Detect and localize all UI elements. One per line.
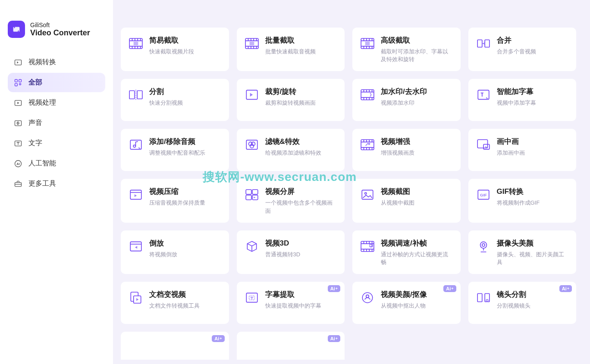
- svg-rect-2: [15, 79, 18, 82]
- play-icon: [14, 99, 22, 107]
- tool-card[interactable]: 视频压缩 压缩音视频并保持质量: [121, 179, 229, 222]
- svg-rect-42: [130, 242, 141, 251]
- svg-text:GIF: GIF: [480, 193, 487, 198]
- tool-card[interactable]: 高级截取 截取时可添加水印、字幕以及特效和旋转: [352, 28, 461, 71]
- card-title: 字幕提取: [265, 289, 337, 299]
- svg-point-39: [365, 193, 367, 194]
- card-description: 调整视频中配音和配乐: [149, 149, 221, 157]
- grid-icon: [14, 78, 22, 87]
- svg-rect-35: [252, 190, 258, 195]
- ai-badge: Ai: [443, 285, 456, 292]
- cut-icon: [129, 36, 143, 51]
- cut-adv-icon: [360, 36, 375, 51]
- splitscreen-icon: [245, 187, 259, 202]
- sidebar-item-sound[interactable]: 声音: [8, 113, 105, 133]
- tool-card[interactable]: 合并 合并多个音视频: [468, 28, 577, 71]
- sidebar-item-grid[interactable]: 全部: [8, 73, 105, 92]
- card-description: 截取时可添加水印、字幕以及特效和旋转: [381, 48, 453, 63]
- sidebar-item-ai[interactable]: AI人工智能: [8, 154, 105, 173]
- compress-icon: [129, 187, 143, 202]
- tool-card[interactable]: 视频增强 增强视频画质: [352, 129, 461, 171]
- card-title: 视频调速/补帧: [381, 238, 453, 248]
- card-description: 一个视频中包含多个视频画面: [265, 199, 337, 215]
- tool-card[interactable]: 简易截取 快速截取视频片段: [121, 28, 229, 71]
- card-title: 文档变视频: [149, 289, 221, 299]
- card-description: 快速截取视频片段: [149, 48, 221, 56]
- pip-icon: [476, 137, 491, 152]
- card-description: 从视频中截图: [381, 199, 453, 207]
- cube3d-icon: [245, 239, 259, 254]
- reverse-icon: [129, 239, 143, 254]
- card-description: 视频添加水印: [381, 99, 453, 107]
- filter-icon: [245, 137, 259, 152]
- logo-icon: [8, 21, 25, 38]
- ai-badge: Ai: [328, 285, 340, 292]
- card-title: 倒放: [149, 238, 221, 248]
- card-description: 快速分割视频: [149, 99, 221, 107]
- tool-card[interactable]: 文档变视频 文档文件转视频工具: [121, 282, 229, 324]
- card-description: 摄像头、视频、图片美颜工具: [497, 251, 569, 266]
- svg-rect-19: [129, 91, 135, 99]
- tool-card[interactable]: Ai: [237, 332, 345, 360]
- crop-icon: [245, 87, 259, 102]
- enhance-icon: [360, 137, 375, 152]
- tool-card[interactable]: 视频3D 普通视频转3D: [237, 230, 345, 274]
- tool-card[interactable]: Ai: [121, 332, 229, 360]
- svg-rect-4: [15, 83, 18, 86]
- subtitle-icon: [476, 87, 491, 102]
- doc2video-icon: [129, 290, 143, 305]
- svg-rect-34: [246, 190, 251, 195]
- card-description: 快速提取视频中的字幕: [265, 302, 337, 310]
- card-description: 普通视频转3D: [265, 251, 337, 258]
- tool-card[interactable]: 视频调速/补帧 通过补帧的方式让视频更流畅: [352, 230, 461, 274]
- tool-card[interactable]: 添加/移除音频 调整视频中配音和配乐: [121, 129, 229, 171]
- svg-rect-32: [483, 144, 490, 149]
- ai-icon: AI: [14, 159, 22, 168]
- card-description: 添加画中画: [497, 149, 569, 157]
- card-title: 视频截图: [381, 187, 453, 196]
- card-description: 批量快速截取音视频: [265, 48, 337, 56]
- tool-card[interactable]: 画中画 添加画中画: [468, 129, 577, 171]
- tool-card[interactable]: 分割 快速分割视频: [121, 79, 229, 121]
- card-title: 简易截取: [149, 35, 221, 45]
- card-description: 视频中添加字幕: [497, 99, 569, 107]
- tool-card[interactable]: 摄像头美颜 摄像头、视频、图片美颜工具: [468, 230, 577, 274]
- tool-card[interactable]: 加水印/去水印 视频添加水印: [352, 79, 461, 121]
- sidebar-item-text[interactable]: 文字: [8, 134, 105, 153]
- blank-icon: [129, 340, 143, 355]
- tool-card[interactable]: 滤镜&特效 给视频添加滤镜和特效: [237, 129, 345, 171]
- sidebar-item-convert[interactable]: 视频转换: [8, 53, 105, 72]
- tool-card[interactable]: 视频分屏 一个视频中包含多个视频画面: [237, 179, 345, 222]
- tool-card[interactable]: 镜头分割 分割视频镜头 Ai: [468, 282, 577, 324]
- tool-card[interactable]: 字幕提取 快速提取视频中的字幕 Ai: [237, 282, 345, 324]
- card-description: 合并多个音视频: [497, 48, 569, 56]
- tool-card[interactable]: 倒放 将视频倒放: [121, 230, 229, 274]
- camera-icon: [476, 239, 491, 254]
- scene-split-icon: [476, 290, 491, 305]
- svg-rect-14: [249, 42, 254, 46]
- sidebar-item-label: 更多工具: [28, 179, 56, 188]
- tool-card[interactable]: 批量截取 批量快速截取音视频: [237, 28, 345, 71]
- card-description: 文档文件转视频工具: [149, 302, 221, 310]
- tool-card[interactable]: 视频截图 从视频中截图: [352, 179, 461, 222]
- sidebar-item-label: 视频转换: [28, 58, 56, 67]
- sidebar-item-toolbox[interactable]: 更多工具: [8, 174, 105, 193]
- sidebar-item-label: 人工智能: [28, 159, 56, 168]
- tool-card[interactable]: 裁剪/旋转 裁剪和旋转视频画面: [237, 79, 345, 121]
- tool-card[interactable]: GIF GIF转换 将视频制作成GIF: [468, 179, 577, 222]
- tool-card[interactable]: 智能加字幕 视频中添加字幕: [468, 79, 577, 121]
- sound-icon: [14, 119, 22, 128]
- svg-rect-17: [477, 40, 482, 47]
- tool-card[interactable]: 视频美颜/抠像 从视频中抠出人物 Ai: [352, 282, 461, 324]
- card-title: 裁剪/旋转: [265, 87, 337, 96]
- card-title: 批量截取: [265, 35, 337, 45]
- ai-badge: Ai: [328, 335, 340, 342]
- card-title: 合并: [497, 35, 569, 45]
- svg-text:AI: AI: [16, 162, 20, 166]
- card-title: 添加/移除音频: [149, 137, 221, 146]
- svg-rect-53: [477, 294, 482, 302]
- sidebar-item-label: 声音: [28, 118, 42, 128]
- sidebar-item-play[interactable]: 视频处理: [8, 93, 105, 112]
- card-description: 裁剪和旋转视频画面: [265, 99, 337, 107]
- card-description: 给视频添加滤镜和特效: [265, 149, 337, 157]
